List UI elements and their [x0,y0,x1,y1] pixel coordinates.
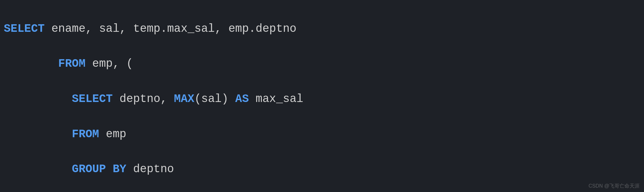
select-columns: ename, sal, temp.max_sal, emp.deptno [45,22,296,35]
code-line-4: FROM emp [0,126,644,143]
code-line-2: FROM emp, ( [0,55,644,73]
keyword-from-inner: FROM [72,128,99,141]
keyword-from: FROM [58,57,85,70]
keyword-select: SELECT [4,22,45,35]
from-tables: emp, ( [85,57,133,70]
keyword-group-by: GROUP BY [72,163,126,176]
code-line-1: SELECT ename, sal, temp.max_sal, emp.dep… [0,20,644,38]
keyword-as: AS [235,93,249,105]
keyword-select-inner: SELECT [72,93,113,105]
function-max: MAX [174,93,194,105]
sql-code-block: SELECT ename, sal, temp.max_sal, emp.dep… [0,3,644,192]
code-line-5: GROUP BY deptno [0,161,644,178]
code-line-3: SELECT deptno, MAX(sal) AS max_sal [0,90,644,108]
watermark-text: CSDN @飞哥亡命天涯 [589,182,640,190]
